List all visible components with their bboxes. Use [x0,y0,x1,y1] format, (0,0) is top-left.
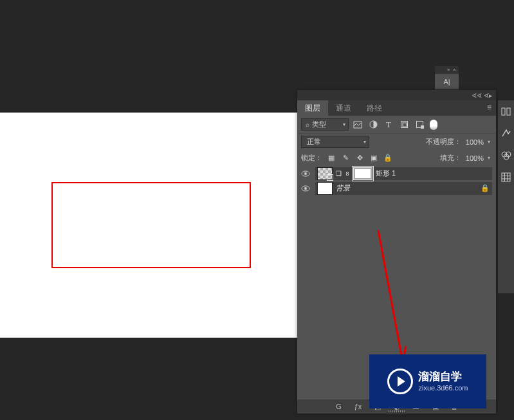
lock-all-icon[interactable]: 🔒 [383,154,393,162]
vector-mask-link-icon[interactable]: ❑ [336,168,341,179]
layer-row-shape[interactable]: ❑ 8 矩形 1 [297,166,496,181]
visibility-eye-icon[interactable] [301,185,311,192]
svg-rect-10 [502,108,505,115]
layer-thumbnail[interactable] [318,183,332,194]
blend-mode-value: 正常 [307,137,321,147]
layer-name: 背景 [336,183,350,193]
collapse-icon[interactable]: ∢∢ [472,92,482,99]
filter-type-label: 类型 [312,120,326,129]
panel-menu-icon[interactable]: ≡ [487,103,492,112]
tab-layers[interactable]: 图层 [297,100,328,116]
chevron-down-icon: ▾ [343,122,345,127]
filter-pixel-icon[interactable] [351,119,364,131]
watermark: 溜溜自学 zixue.3d66.com [369,354,486,408]
right-dock [498,100,514,293]
blend-row: 正常 ▾ 不透明度： 100% ▾ [297,134,496,150]
expand-icon[interactable]: ∢▸ [484,92,492,99]
lock-transparency-icon[interactable]: ▦ [326,154,336,162]
layer-filter-row: ⌕ 类型 ▾ T [297,116,496,134]
layer-row-background[interactable]: 背景 🔒 [297,181,496,196]
dock-icon-adjustments[interactable] [498,122,514,144]
fx-icon[interactable]: ƒx [353,403,363,410]
svg-rect-5 [421,125,424,129]
dock-icon-properties[interactable] [498,100,514,122]
layer-thumbnail[interactable] [318,168,332,179]
chevron-down-icon: ▾ [488,155,490,161]
opacity-value: 100% [466,138,484,146]
lock-icon: 🔒 [481,184,490,192]
filter-smartobject-icon[interactable] [413,119,426,131]
panel-titlebar[interactable]: ∢∢ ∢▸ [297,90,496,100]
watermark-title: 溜溜自学 [418,370,468,383]
opacity-input[interactable]: 100% ▾ [464,136,492,148]
search-icon: ⌕ [306,121,309,128]
tab-paths[interactable]: 路径 [359,100,390,116]
svg-point-9 [304,187,307,190]
vector-mask-thumbnail[interactable] [354,168,372,179]
filter-type-icon[interactable]: T [382,119,395,131]
fill-value: 100% [466,154,484,162]
svg-rect-15 [502,173,510,181]
layer-item[interactable]: ❑ 8 矩形 1 [315,167,492,180]
character-icon[interactable]: A| [435,74,459,89]
link-layers-icon[interactable]: G [334,403,344,410]
chevron-down-icon: ▾ [488,139,490,145]
blend-mode-select[interactable]: 正常 ▾ [301,136,369,148]
character-panel-collapsed[interactable]: » × A| [435,66,459,89]
dock-icon-color[interactable] [498,144,514,166]
fill-input[interactable]: 100% ▾ [464,152,492,164]
svg-rect-3 [403,123,407,127]
visibility-eye-icon[interactable] [301,170,311,177]
link-icon[interactable]: 8 [345,168,350,179]
layer-item[interactable]: 背景 🔒 [315,182,492,195]
filter-adjustment-icon[interactable] [367,119,380,131]
layer-name: 矩形 1 [376,169,396,178]
close-icon[interactable]: × [453,68,457,72]
lock-row: 锁定： ▦ ✎ ✥ ▣ 🔒 填充： 100% ▾ [297,150,496,166]
filter-toggle[interactable] [430,120,437,130]
play-icon [387,369,413,394]
chevron-down-icon: ▾ [363,139,366,145]
watermark-url: zixue.3d66.com [418,384,468,392]
collapse-icon[interactable]: » [447,68,451,72]
lock-artboard-icon[interactable]: ▣ [369,154,379,162]
svg-point-7 [304,172,307,175]
svg-rect-11 [507,108,510,115]
filter-shape-icon[interactable] [398,119,410,131]
panel-tabs: 图层 通道 路径 ≡ [297,100,496,116]
lock-label: 锁定： [301,153,322,163]
lock-image-icon[interactable]: ✎ [340,154,351,162]
tab-channels[interactable]: 通道 [328,100,359,116]
filter-type-select[interactable]: ⌕ 类型 ▾ [301,118,349,131]
rectangle-shape[interactable] [51,182,251,268]
resize-grip[interactable] [389,410,405,412]
fill-label: 填充： [440,153,461,163]
opacity-label: 不透明度： [426,137,461,147]
dock-icon-swatches[interactable] [498,166,514,188]
lock-position-icon[interactable]: ✥ [354,154,365,162]
